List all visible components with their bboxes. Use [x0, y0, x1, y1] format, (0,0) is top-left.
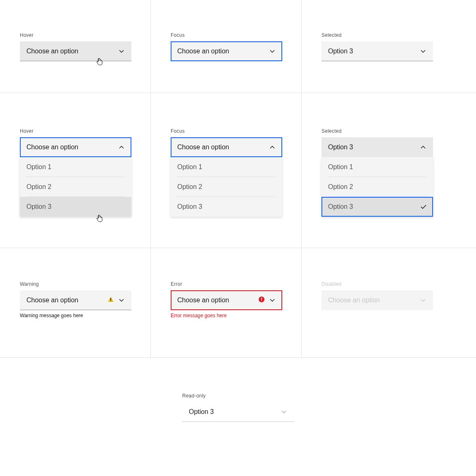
dropdown-text: Choose an option — [177, 48, 269, 55]
chevron-down-icon — [281, 409, 287, 415]
dropdown-text: Choose an option — [26, 48, 118, 55]
menu-option-3[interactable]: Option 3 — [20, 197, 131, 217]
menu-option-label: Option 3 — [177, 203, 202, 210]
dropdown-selected[interactable]: Option 3 — [321, 41, 433, 61]
menu-option-3[interactable]: Option 3 — [171, 197, 282, 217]
chevron-up-icon — [420, 144, 426, 151]
svg-rect-3 — [261, 298, 262, 300]
menu-option-label: Option 3 — [26, 203, 51, 210]
dropdown-menu: Option 1 Option 2 Option 3 — [20, 157, 131, 217]
menu-option-label: Option 2 — [328, 183, 353, 191]
state-label-hover: Hover — [20, 128, 131, 134]
dropdown-open-selected[interactable]: Option 3 — [321, 137, 433, 157]
svg-rect-1 — [110, 301, 111, 301]
error-helper-text: Error message goes here — [171, 313, 281, 318]
svg-rect-0 — [110, 298, 111, 300]
state-label-selected: Selected — [321, 128, 456, 134]
dropdown-warning[interactable]: Choose an option — [20, 290, 131, 310]
dropdown-disabled: Choose an option — [321, 290, 433, 310]
chevron-down-icon — [269, 297, 276, 304]
dropdown-readonly: Option 3 — [182, 402, 294, 422]
menu-option-3-selected[interactable]: Option 3 — [321, 197, 433, 217]
state-label-hover: Hover — [20, 32, 131, 38]
menu-option-2[interactable]: Option 2 — [171, 177, 282, 197]
dropdown-text: Choose an option — [26, 144, 118, 151]
state-label-disabled: Disabled — [321, 281, 456, 287]
menu-option-1[interactable]: Option 1 — [20, 157, 131, 177]
dropdown-hover[interactable]: Choose an option — [20, 41, 131, 61]
chevron-down-icon — [269, 48, 276, 55]
chevron-up-icon — [118, 144, 125, 151]
chevron-down-icon — [118, 48, 125, 55]
dropdown-text: Option 3 — [328, 48, 420, 55]
menu-option-label: Option 1 — [177, 163, 202, 171]
menu-option-1[interactable]: Option 1 — [321, 157, 433, 177]
svg-rect-4 — [261, 301, 262, 301]
menu-option-2[interactable]: Option 2 — [321, 177, 433, 197]
state-label-focus: Focus — [171, 32, 281, 38]
menu-option-label: Option 2 — [26, 183, 51, 191]
dropdown-open-hover[interactable]: Choose an option — [20, 137, 131, 157]
menu-option-label: Option 1 — [26, 163, 51, 171]
state-label-focus: Focus — [171, 128, 281, 134]
warning-icon — [107, 296, 114, 304]
dropdown-text: Option 3 — [328, 144, 420, 151]
warning-helper-text: Warning message goes here — [20, 313, 131, 318]
state-label-selected: Selected — [321, 32, 456, 38]
dropdown-text: Choose an option — [177, 144, 269, 151]
menu-option-label: Option 1 — [328, 163, 353, 171]
state-label-readonly: Read-only — [182, 393, 294, 399]
menu-option-1[interactable]: Option 1 — [171, 157, 282, 177]
dropdown-text: Option 3 — [189, 408, 281, 416]
error-icon — [258, 296, 265, 304]
chevron-down-icon — [118, 297, 125, 304]
dropdown-open-focus[interactable]: Choose an option — [171, 137, 282, 157]
checkmark-icon — [421, 203, 426, 210]
dropdown-text: Choose an option — [26, 297, 107, 304]
menu-option-label: Option 2 — [177, 183, 202, 191]
menu-option-2[interactable]: Option 2 — [20, 177, 131, 197]
dropdown-text: Choose an option — [328, 297, 420, 304]
dropdown-focus[interactable]: Choose an option — [171, 41, 282, 61]
dropdown-text: Choose an option — [177, 297, 258, 304]
chevron-down-icon — [420, 48, 426, 55]
chevron-up-icon — [269, 144, 276, 151]
chevron-down-icon — [420, 297, 426, 304]
state-label-error: Error — [171, 281, 281, 287]
dropdown-menu: Option 1 Option 2 Option 3 — [321, 157, 433, 217]
menu-option-label: Option 3 — [328, 203, 353, 210]
dropdown-menu: Option 1 Option 2 Option 3 — [171, 157, 282, 217]
dropdown-error[interactable]: Choose an option — [171, 290, 282, 310]
state-label-warning: Warning — [20, 281, 131, 287]
